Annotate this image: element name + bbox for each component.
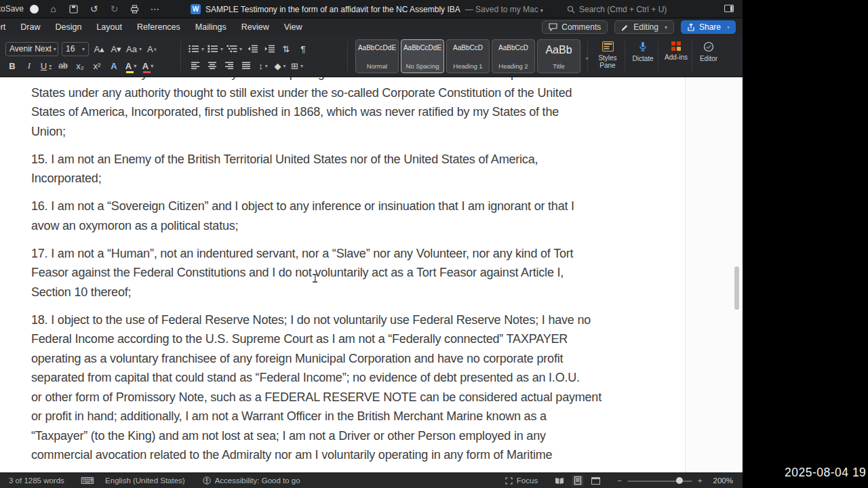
text-line: 14. I do not voluntarily subscribe to an…: [31, 77, 601, 83]
titlebar-search[interactable]: Search (Cmd + Ctrl + U): [561, 3, 672, 16]
superscript-button[interactable]: x²: [90, 58, 104, 73]
zoom-slider[interactable]: [627, 477, 692, 484]
language-status[interactable]: English (United States): [105, 476, 185, 485]
text-line: 16. I am not a “Sovereign Citizen” and I…: [31, 197, 601, 216]
zoom-controls: − + 200%: [617, 476, 733, 485]
strikethrough-button[interactable]: ab: [56, 58, 70, 73]
style-title[interactable]: AaBbTitle: [537, 39, 580, 73]
zoom-level[interactable]: 200%: [713, 476, 733, 485]
ribbon-tab-layout[interactable]: Layout: [89, 22, 130, 32]
group-divider: [625, 41, 625, 71]
word-window: AutoSave ⌂ ↺ ↻ ⋯ W SAMPLE Testimony in t…: [0, 0, 743, 488]
grow-font-button[interactable]: A▴: [92, 41, 106, 56]
ribbon-tab-bar: InsertDrawDesignLayoutReferencesMailings…: [0, 18, 743, 36]
ribbon-tab-mailings[interactable]: Mailings: [188, 22, 234, 32]
italic-button[interactable]: I: [22, 58, 36, 73]
search-placeholder: Search (Cmd + Ctrl + U): [579, 5, 667, 14]
font-color-button[interactable]: A: [141, 58, 155, 73]
style-preview: AaBbCcD: [453, 44, 483, 52]
share-button[interactable]: Share: [681, 20, 736, 34]
style-heading-2[interactable]: AaBbCcDHeading 2: [492, 39, 535, 73]
word-app-icon: W: [191, 4, 201, 14]
print-layout-icon[interactable]: [572, 475, 583, 486]
style-heading-1[interactable]: AaBbCcDHeading 1: [446, 39, 490, 73]
bullets-button[interactable]: [189, 41, 204, 56]
search-icon: [567, 5, 575, 14]
ribbon-tab-draw[interactable]: Draw: [13, 22, 47, 32]
change-case-button[interactable]: Aa: [126, 41, 142, 56]
save-icon[interactable]: [68, 5, 79, 14]
style-preview: AaBbCcD: [498, 44, 528, 52]
styles-pane-button[interactable]: Styles Pane: [591, 41, 624, 69]
editor-button[interactable]: Editor: [694, 41, 723, 62]
accessibility-status[interactable]: Accessibility: Good to go: [203, 476, 300, 485]
vertical-scrollbar[interactable]: [734, 266, 739, 310]
text-line: 15. I am not an Enemy of the British Ter…: [31, 150, 601, 169]
ribbon-tab-view[interactable]: View: [277, 22, 310, 32]
pencil-icon: [621, 23, 629, 31]
text-effects-button[interactable]: A: [107, 58, 121, 73]
word-count[interactable]: 3 of 1285 words: [9, 476, 64, 485]
increase-indent-button[interactable]: [262, 41, 276, 56]
autosave-toggle[interactable]: [30, 5, 39, 14]
justify-button[interactable]: [239, 58, 253, 73]
align-center-button[interactable]: [205, 58, 219, 73]
editing-button[interactable]: Editing: [614, 20, 674, 34]
text-line: avow an oxymoron as a political status;: [31, 216, 601, 236]
sort-button[interactable]: ⇅: [279, 41, 293, 56]
titlebar: AutoSave ⌂ ↺ ↻ ⋯ W SAMPLE Testimony in t…: [0, 0, 743, 18]
addins-button[interactable]: Add-ins: [661, 41, 691, 61]
ribbon-tab-references[interactable]: References: [130, 22, 188, 32]
font-name-select[interactable]: Avenir Next: [5, 42, 58, 56]
print-icon[interactable]: [129, 5, 140, 14]
more-options-icon[interactable]: ⋯: [149, 3, 161, 14]
decrease-indent-button[interactable]: [245, 41, 259, 56]
text-line: States under any authority thought to st…: [31, 83, 601, 103]
zoom-out-button[interactable]: −: [617, 476, 622, 485]
highlight-button[interactable]: A: [124, 58, 138, 73]
numbering-button[interactable]: [208, 41, 223, 56]
borders-button[interactable]: ⊞: [290, 58, 304, 73]
recording-timestamp: 2025-08-04 19: [785, 466, 866, 480]
show-formatting-marks-button[interactable]: ¶: [296, 41, 310, 56]
style-name: Normal: [367, 62, 388, 70]
redo-icon[interactable]: ↻: [108, 3, 120, 14]
style-name: No Spacing: [406, 62, 439, 70]
keyboard-icon[interactable]: ⌨: [81, 475, 94, 486]
font-size-select[interactable]: 16: [62, 42, 89, 56]
group-divider: [347, 41, 348, 71]
save-status[interactable]: — Saved to my Mac: [465, 5, 543, 14]
comments-button[interactable]: Comments: [542, 20, 608, 34]
subscript-button[interactable]: x₂: [73, 58, 87, 73]
sidebar-toggle-icon[interactable]: [724, 5, 734, 12]
ribbon-tab-design[interactable]: Design: [47, 22, 89, 32]
style-normal[interactable]: AaBbCcDdENormal: [355, 39, 399, 73]
zoom-slider-knob[interactable]: [676, 477, 683, 484]
align-right-button[interactable]: [222, 58, 236, 73]
document-canvas[interactable]: 14. I do not voluntarily subscribe to an…: [0, 77, 743, 472]
align-left-button[interactable]: [189, 58, 202, 73]
style-name: Heading 2: [498, 62, 528, 70]
focus-toggle[interactable]: Focus: [505, 476, 538, 485]
read-mode-icon[interactable]: [553, 476, 566, 486]
dictate-button[interactable]: Dictate: [629, 41, 657, 62]
multilevel-list-button[interactable]: [226, 41, 242, 56]
zoom-in-button[interactable]: +: [698, 476, 703, 485]
ribbon-tab-review[interactable]: Review: [234, 22, 277, 32]
document-text: 14. I do not voluntarily subscribe to an…: [0, 77, 601, 465]
comments-icon: [549, 23, 557, 31]
shrink-font-button[interactable]: A▾: [109, 41, 123, 56]
undo-icon[interactable]: ↺: [88, 3, 100, 14]
clear-formatting-button[interactable]: A: [145, 41, 159, 56]
home-icon[interactable]: ⌂: [47, 3, 59, 14]
bold-button[interactable]: B: [5, 58, 19, 73]
title-group: W SAMPLE Testimony in the form of an aff…: [191, 0, 543, 18]
group-divider: [587, 41, 588, 71]
ribbon-tab-insert[interactable]: Insert: [0, 22, 13, 32]
style-preview: AaBb: [545, 44, 572, 56]
web-layout-icon[interactable]: [589, 476, 602, 486]
style-no-spacing[interactable]: AaBbCcDdENo Spacing: [401, 39, 444, 73]
underline-button[interactable]: U: [39, 58, 53, 73]
line-spacing-button[interactable]: ↕: [256, 58, 270, 73]
shading-button[interactable]: ◆: [273, 58, 287, 73]
